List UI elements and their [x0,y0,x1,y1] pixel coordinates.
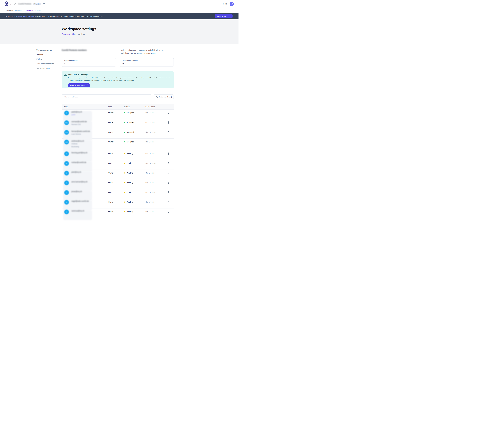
status-dot-icon [124,192,125,193]
status-label: Pending [127,182,133,184]
member-email: mohan@cure53.de [72,161,86,163]
row-menu-button[interactable] [168,162,169,170]
member-role: Owner [108,179,124,189]
member-date-added: Oct 14, 2024 [145,199,168,208]
member-name-cell: Mmohan@cure53.de [64,160,108,170]
member-avatar: LH [64,130,69,135]
member-date-added: Oct 14, 2024 [145,119,168,129]
member-status: Pending [124,199,145,208]
status-label: Accepted [127,121,134,123]
breadcrumb-workspace-settings-link[interactable]: Workspace settings [62,33,76,35]
table-row: Aarne.luenser@ory.shOwnerPendingOct 15, … [62,179,174,189]
sidebar-item-members[interactable]: Members [36,53,43,56]
row-menu-button[interactable] [168,152,169,160]
stat-value: 20 [122,62,171,64]
member-status: Accepted [124,119,145,129]
member-identity: mohan@cure53.de [72,161,86,170]
table-row: Nnagel@web.cure53.deOwnerPendingOct 14, … [62,199,174,208]
tab-workspace-settings[interactable]: Workspace settings [25,8,42,13]
workspace-name[interactable]: Cure53 Pentests [18,3,31,5]
member-actions-cell [168,160,173,170]
sidebar-item-plans-subscription[interactable]: Plans and subscription [36,62,54,65]
member-avatar: M [64,161,69,166]
invite-members-button[interactable]: Invite member(s) [154,94,174,99]
usage-billing-overview-link[interactable]: Usage & Billing Overview [18,15,36,17]
member-email: norman@cure53.de [72,121,87,123]
member-actions-cell [168,170,173,179]
table-row: Ppatrik@ory.shpatrikOwnerAcceptedOct 14,… [62,109,174,119]
external-link-icon [86,84,88,86]
member-name-cell: Nnagel@web.cure53.de [64,199,108,208]
members-toolbar: Invite member(s) [62,94,174,99]
member-identity: arne.luenser@ory.sh [72,181,87,189]
row-menu-button[interactable] [168,111,169,119]
row-menu-button[interactable] [168,131,169,139]
member-email: piotr@ory.sh [72,171,81,173]
status-label: Accepted [127,141,134,143]
member-actions-cell [168,129,173,139]
folder-icon [14,3,17,5]
status-label: Pending [127,211,133,213]
member-username: Luan Herrera [72,133,90,135]
sidebar-item-workspace-overview[interactable]: Workspace overview [36,49,52,51]
member-role: Owner [108,150,124,160]
member-status: Pending [124,179,145,189]
member-avatar: N [64,200,69,205]
status-dot-icon [124,132,125,133]
member-name-cell: NCnorman@cure53.deNorman CS2 [64,119,108,129]
member-email: hernan@web.cure53.de [72,130,90,132]
manage-subscription-button[interactable]: Manage subscription [68,83,90,87]
page-title: Workspace settings [62,27,238,31]
status-dot-icon [124,201,125,203]
usage-billing-promo-banner: Explore the new Usage & Billing Overview… [0,13,238,19]
members-heading: Cure53 Pentests members [62,49,87,57]
row-menu-button[interactable] [168,121,169,129]
row-menu-button[interactable] [168,210,169,218]
user-avatar[interactable]: AB [230,2,234,6]
status-label: Pending [127,162,133,164]
member-name-cell: ABandreas@ory.shAndreasBucksteeg [64,139,108,150]
member-status: Pending [124,160,145,170]
member-email: henning.perl@ory.sh [72,151,87,154]
status-label: Pending [127,191,133,193]
member-username: Bucksteeg [72,145,84,148]
member-role: Owner [108,119,124,129]
member-avatar: A [64,181,69,185]
sidebar-item-api-keys[interactable]: API keys [36,58,43,61]
row-menu-button[interactable] [168,181,169,189]
app-logo-icon[interactable] [5,1,8,6]
stat-value: 3 [64,62,113,64]
status-dot-icon [124,141,125,142]
member-actions-cell [168,199,173,208]
sidebar-item-usage-billing[interactable]: Usage and billing [36,67,50,70]
stat-card-total-seats: Total seats included 20 [120,58,174,67]
member-status: Pending [124,150,145,160]
column-header-status: STATUS [124,106,145,108]
filter-input[interactable] [62,94,151,99]
status-label: Accepted [127,131,134,133]
member-identity: nagel@web.cure53.de [72,200,89,208]
member-role: Owner [108,199,124,208]
member-avatar: J [64,190,69,195]
member-date-added: Oct 15, 2024 [145,179,168,189]
chevron-down-icon [43,3,45,5]
promo-text-before: Explore the new [5,15,18,17]
members-description: Invite members to your workspace and eff… [121,49,172,57]
member-date-added: Oct 14, 2024 [145,109,168,119]
member-date-added: Oct 14, 2024 [145,160,168,170]
tab-workspace-projects[interactable]: Workspace projects [5,8,22,13]
member-rows: Ppatrik@ory.shpatrikOwnerAcceptedOct 14,… [62,109,174,218]
help-link[interactable]: Help [223,3,227,5]
row-menu-button[interactable] [168,171,169,179]
row-menu-button[interactable] [168,200,169,208]
usage-billing-button[interactable]: Usage & Billing [215,14,233,18]
row-menu-button[interactable] [168,191,169,199]
workspace-switcher-button[interactable] [43,3,45,5]
topbar: / Cure53 Pentests Growth Help AB [0,0,238,8]
member-name-cell: Hhenning.perl@ory.sh [64,150,108,160]
topbar-actions: Help AB [223,2,234,6]
member-avatar: V [64,210,69,214]
member-name-cell: Jjonas@ory.sh [64,189,108,199]
breadcrumb-separator: / [77,33,78,35]
member-role: Owner [108,170,124,179]
